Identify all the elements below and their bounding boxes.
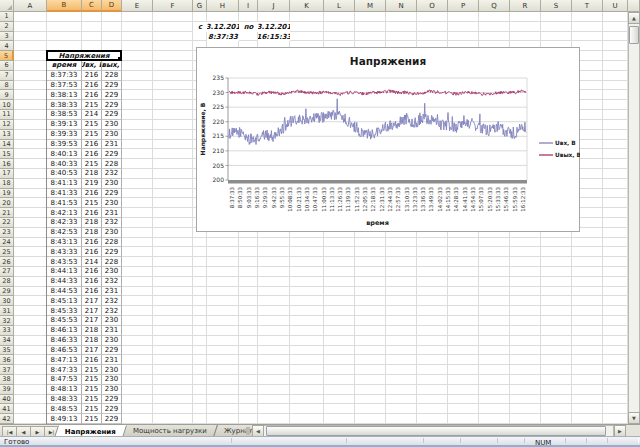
y-axis-title[interactable]: Напряжение, В [199,102,207,155]
table-cell[interactable]: 214 [82,257,102,267]
table-cell[interactable]: 216 [82,81,102,91]
table-header-cell[interactable]: Uвых, В [102,61,122,71]
row-header-28[interactable]: 28 [0,277,14,287]
table-cell[interactable]: 8:39:33 [47,130,82,140]
table-cell[interactable]: 229 [102,90,122,100]
table-cell[interactable]: 215 [82,404,102,414]
table-cell[interactable]: 8:43:13 [47,238,82,248]
row-header-36[interactable]: 36 [0,355,14,365]
table-cell[interactable]: 231 [102,326,122,336]
column-header-H[interactable]: H [207,0,239,12]
row-header-1[interactable]: 1 [0,12,14,22]
table-cell[interactable]: 8:47:33 [47,365,82,375]
table-cell[interactable]: 216 [82,287,102,297]
scrollbar-split-handle[interactable] [628,0,640,12]
cell-J3[interactable]: 16:15:33 [258,32,290,42]
table-cell[interactable]: 215 [82,198,102,208]
row-header-23[interactable]: 23 [0,228,14,238]
table-cell[interactable]: 8:38:53 [47,110,82,120]
column-header-T[interactable]: T [572,0,603,12]
table-cell[interactable]: 8:43:33 [47,247,82,257]
column-header-F[interactable]: F [153,0,193,12]
table-cell[interactable]: 216 [82,277,102,287]
column-header-U[interactable]: U [603,0,628,12]
scroll-up-icon[interactable]: ▲ [628,12,640,24]
table-cell[interactable]: 8:43:53 [47,257,82,267]
row-header-30[interactable]: 30 [0,296,14,306]
row-header-32[interactable]: 32 [0,316,14,326]
table-cell[interactable]: 228 [102,257,122,267]
table-cell[interactable]: 216 [82,189,102,199]
table-cell[interactable]: 216 [82,267,102,277]
table-cell[interactable]: 230 [102,336,122,346]
table-cell[interactable]: 216 [82,247,102,257]
table-cell[interactable]: 215 [82,159,102,169]
selection-fill-handle[interactable] [117,56,122,61]
table-cell[interactable]: 229 [102,414,122,424]
row-header-18[interactable]: 18 [0,179,14,189]
row-header-8[interactable]: 8 [0,81,14,91]
row-header-25[interactable]: 25 [0,247,14,257]
row-header-26[interactable]: 26 [0,257,14,267]
row-header-2[interactable]: 2 [0,22,14,32]
column-header-C[interactable]: C [82,0,102,12]
column-header-L[interactable]: L [324,0,355,12]
voltage-table[interactable]: времяUвх, ВUвых, В8:37:332162288:37:5321… [46,60,122,424]
table-cell[interactable]: 8:44:53 [47,287,82,297]
table-cell[interactable]: 228 [102,238,122,248]
row-header-37[interactable]: 37 [0,365,14,375]
row-header-33[interactable]: 33 [0,326,14,336]
table-cell[interactable]: 8:48:53 [47,404,82,414]
table-cell[interactable]: 218 [82,326,102,336]
table-cell[interactable]: 8:38:13 [47,90,82,100]
table-cell[interactable]: 8:49:13 [47,414,82,424]
vscroll-track[interactable] [628,12,640,424]
table-cell[interactable]: 231 [102,140,122,150]
legend-label-1[interactable]: Uвых, В [555,152,580,158]
table-cell[interactable]: 217 [82,306,102,316]
table-cell[interactable]: 216 [82,238,102,248]
row-header-24[interactable]: 24 [0,238,14,248]
table-cell[interactable]: 229 [102,404,122,414]
row-header-12[interactable]: 12 [0,120,14,130]
table-cell[interactable]: 8:45:13 [47,296,82,306]
table-cell[interactable]: 232 [102,296,122,306]
table-cell[interactable]: 228 [102,159,122,169]
row-header-21[interactable]: 21 [0,208,14,218]
table-cell[interactable]: 8:46:13 [47,326,82,336]
column-header-N[interactable]: N [386,0,417,12]
table-cell[interactable]: 8:46:53 [47,346,82,356]
table-cell[interactable]: 229 [102,247,122,257]
column-header-E[interactable]: E [122,0,153,12]
table-cell[interactable]: 8:42:13 [47,208,82,218]
table-cell[interactable]: 230 [102,179,122,189]
row-header-27[interactable]: 27 [0,267,14,277]
table-cell[interactable]: 218 [82,336,102,346]
table-cell[interactable]: 218 [82,169,102,179]
row-header-38[interactable]: 38 [0,375,14,385]
column-header-K[interactable]: K [290,0,324,12]
cell-G2[interactable]: с [193,22,207,32]
table-cell[interactable]: 8:39:53 [47,140,82,150]
column-header-R[interactable]: R [510,0,541,12]
table-cell[interactable]: 8:40:53 [47,169,82,179]
column-header-I[interactable]: I [239,0,258,12]
row-header-41[interactable]: 41 [0,404,14,414]
table-cell[interactable]: 215 [82,395,102,405]
table-cell[interactable]: 8:44:13 [47,267,82,277]
table-cell[interactable]: 8:47:13 [47,355,82,365]
row-header-13[interactable]: 13 [0,130,14,140]
vertical-scrollbar[interactable]: ▲ ▼ [628,0,640,424]
table-cell[interactable]: 219 [82,179,102,189]
table-cell[interactable]: 216 [82,140,102,150]
table-cell[interactable]: 8:45:33 [47,306,82,316]
column-header-S[interactable]: S [541,0,572,12]
table-cell[interactable]: 215 [82,375,102,385]
table-cell[interactable]: 8:46:33 [47,336,82,346]
table-cell[interactable]: 229 [102,100,122,110]
row-header-7[interactable]: 7 [0,71,14,81]
table-cell[interactable]: 215 [82,365,102,375]
row-header-35[interactable]: 35 [0,346,14,356]
column-header-M[interactable]: M [355,0,386,12]
row-header-19[interactable]: 19 [0,189,14,199]
